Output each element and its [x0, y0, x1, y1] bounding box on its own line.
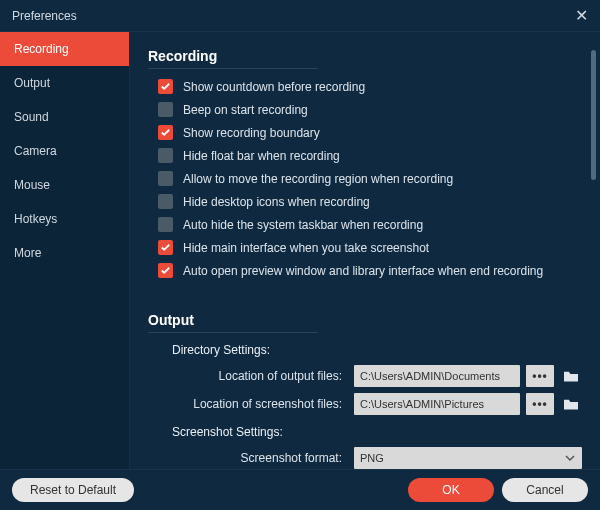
recording-heading: Recording [148, 48, 318, 69]
footer: Reset to Default OK Cancel [0, 469, 600, 510]
screenshot-settings-subheading: Screenshot Settings: [172, 425, 582, 439]
sidebar-item-label: Output [14, 76, 50, 90]
sidebar-item-camera[interactable]: Camera [0, 134, 129, 168]
checkbox[interactable] [158, 240, 173, 255]
checkbox[interactable] [158, 194, 173, 209]
browse-output-button[interactable]: ••• [526, 365, 554, 387]
checkbox[interactable] [158, 125, 173, 140]
option-row: Show recording boundary [158, 125, 582, 140]
main: Recording Show countdown before recordin… [130, 32, 600, 469]
sidebar-item-label: More [14, 246, 41, 260]
select-value: PNG [360, 452, 384, 464]
option-row: Auto hide the system taskbar when record… [158, 217, 582, 232]
output-files-row: Location of output files: ••• [148, 365, 582, 387]
sidebar-item-output[interactable]: Output [0, 66, 129, 100]
browse-screenshot-button[interactable]: ••• [526, 393, 554, 415]
checkbox[interactable] [158, 148, 173, 163]
sidebar-item-hotkeys[interactable]: Hotkeys [0, 202, 129, 236]
sidebar-item-label: Recording [14, 42, 69, 56]
sidebar-item-mouse[interactable]: Mouse [0, 168, 129, 202]
sidebar-item-label: Sound [14, 110, 49, 124]
sidebar-item-more[interactable]: More [0, 236, 129, 270]
close-icon[interactable]: ✕ [575, 6, 588, 25]
checkbox[interactable] [158, 217, 173, 232]
option-row: Hide main interface when you take screen… [158, 240, 582, 255]
screenshot-format-select[interactable]: PNG [354, 447, 582, 469]
output-files-input[interactable] [354, 365, 520, 387]
chevron-down-icon [564, 452, 576, 464]
body: Recording Output Sound Camera Mouse Hotk… [0, 32, 600, 469]
output-files-label: Location of output files: [148, 369, 348, 383]
option-row: Hide desktop icons when recording [158, 194, 582, 209]
option-label: Hide desktop icons when recording [183, 195, 370, 209]
reset-button[interactable]: Reset to Default [12, 478, 134, 502]
option-label: Auto open preview window and library int… [183, 264, 543, 278]
checkbox[interactable] [158, 171, 173, 186]
checkbox[interactable] [158, 263, 173, 278]
directory-settings-subheading: Directory Settings: [172, 343, 582, 357]
window-title: Preferences [12, 9, 77, 23]
option-label: Show recording boundary [183, 126, 320, 140]
main-content: Recording Show countdown before recordin… [130, 32, 600, 469]
option-label: Allow to move the recording region when … [183, 172, 453, 186]
sidebar-item-recording[interactable]: Recording [0, 32, 129, 66]
folder-icon[interactable] [560, 393, 582, 415]
option-row: Beep on start recording [158, 102, 582, 117]
option-label: Hide float bar when recording [183, 149, 340, 163]
sidebar-item-label: Hotkeys [14, 212, 57, 226]
sidebar-item-label: Camera [14, 144, 57, 158]
output-heading: Output [148, 312, 318, 333]
screenshot-format-label: Screenshot format: [148, 451, 348, 465]
sidebar-item-label: Mouse [14, 178, 50, 192]
option-label: Show countdown before recording [183, 80, 365, 94]
option-row: Show countdown before recording [158, 79, 582, 94]
scrollbar[interactable] [591, 44, 596, 461]
screenshot-files-label: Location of screenshot files: [148, 397, 348, 411]
cancel-button[interactable]: Cancel [502, 478, 588, 502]
scrollbar-thumb[interactable] [591, 50, 596, 180]
option-row: Auto open preview window and library int… [158, 263, 582, 278]
recording-options: Show countdown before recordingBeep on s… [148, 79, 582, 278]
checkbox[interactable] [158, 79, 173, 94]
ok-button[interactable]: OK [408, 478, 494, 502]
option-row: Allow to move the recording region when … [158, 171, 582, 186]
screenshot-files-input[interactable] [354, 393, 520, 415]
option-row: Hide float bar when recording [158, 148, 582, 163]
option-label: Hide main interface when you take screen… [183, 241, 429, 255]
checkbox[interactable] [158, 102, 173, 117]
screenshot-files-row: Location of screenshot files: ••• [148, 393, 582, 415]
sidebar-item-sound[interactable]: Sound [0, 100, 129, 134]
folder-icon[interactable] [560, 365, 582, 387]
screenshot-format-row: Screenshot format: PNG [148, 447, 582, 469]
titlebar: Preferences ✕ [0, 0, 600, 32]
sidebar: Recording Output Sound Camera Mouse Hotk… [0, 32, 130, 469]
option-label: Auto hide the system taskbar when record… [183, 218, 423, 232]
option-label: Beep on start recording [183, 103, 308, 117]
